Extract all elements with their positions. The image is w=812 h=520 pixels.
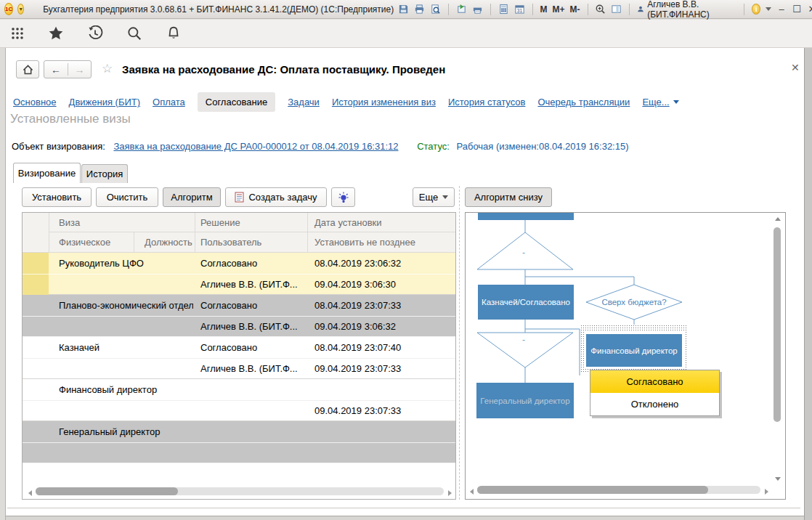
split-view-icon[interactable]	[611, 3, 622, 15]
deadline-cell[interactable]: 09.04.2019 23:07:33	[314, 400, 452, 421]
form-close-icon[interactable]: ✕	[791, 62, 800, 73]
maximize-button[interactable]: ☐	[792, 4, 802, 15]
favorites-star-icon[interactable]	[48, 25, 64, 41]
user-cell[interactable]: Агличев В.В. (БИТ.Ф...	[200, 316, 306, 337]
table-row[interactable]: Генеральный директор	[23, 421, 455, 463]
tab-visa[interactable]: Визирование	[13, 163, 81, 183]
col-date-set[interactable]: Дата установки	[314, 213, 382, 232]
flow-condition-over-budget[interactable]: Сверх бюджета?	[587, 293, 681, 311]
algorithm-button[interactable]: Алгоритм	[163, 187, 221, 207]
forward-button[interactable]: →	[68, 64, 91, 76]
print-preview-icon[interactable]	[430, 3, 441, 15]
scroll-up-icon[interactable]	[775, 217, 781, 221]
visa-cell[interactable]: Планово-экономический отдел	[59, 295, 193, 316]
main-menu-dropdown-icon[interactable]: ▼	[17, 4, 24, 15]
memory-m-minus-button[interactable]: M-	[570, 4, 580, 15]
v-scrollbar-thumb[interactable]	[774, 227, 781, 422]
nav-link-payment[interactable]: Оплата	[153, 97, 185, 107]
clear-visa-button[interactable]: Очистить	[96, 187, 158, 207]
more-button[interactable]: Еще	[413, 187, 455, 207]
menu-item-approve[interactable]: Согласовано	[590, 370, 719, 393]
nav-link-tasks[interactable]: Задачи	[288, 97, 320, 107]
scroll-down-icon[interactable]	[775, 477, 781, 481]
deadline-cell[interactable]: 09.04.2019 3:06:32	[314, 316, 452, 337]
window-scrollbar[interactable]	[804, 48, 812, 520]
table-row[interactable]: Казначей Согласовано 08.04.2019 23:07:40…	[23, 337, 455, 379]
nav-link-status-history[interactable]: История статусов	[448, 97, 526, 107]
calculator-icon[interactable]	[498, 3, 509, 15]
visa-cell[interactable]: Генеральный директор	[59, 421, 193, 442]
table-row[interactable]: Руководитель ЦФО Согласовано 08.04.2019 …	[23, 253, 455, 295]
memory-m-plus-button[interactable]: M+	[553, 4, 565, 15]
apps-grid-icon[interactable]	[10, 26, 25, 41]
visa-cell[interactable]: Казначей	[59, 337, 193, 358]
close-button[interactable]: ✕	[807, 4, 812, 15]
home-button[interactable]	[16, 60, 39, 78]
flow-node-gen-director[interactable]: Генеральный директор	[476, 383, 574, 418]
col-decision[interactable]: Решение	[200, 213, 240, 232]
col-user[interactable]: Пользователь	[200, 232, 261, 253]
nav-link-broadcast-queue[interactable]: Очередь трансляции	[537, 97, 630, 107]
table-row[interactable]: Планово-экономический отдел Согласовано …	[23, 295, 455, 337]
nav-link-visa-history[interactable]: История изменения виз	[332, 97, 436, 107]
set-visa-button[interactable]: Установить	[22, 187, 92, 207]
col-visa[interactable]: Виза	[59, 213, 80, 232]
flow-node-treasurer[interactable]: Казначей/Согласовано	[478, 285, 574, 320]
memory-m-button[interactable]: M	[540, 4, 548, 15]
visa-cell[interactable]: Финансовый директор	[59, 379, 193, 400]
scroll-right-icon[interactable]	[448, 490, 452, 496]
deadline-cell[interactable]: 09.04.2019 23:07:33	[314, 358, 452, 379]
save-icon[interactable]	[398, 3, 409, 15]
date-cell[interactable]: 08.04.2019 23:07:40	[314, 337, 452, 358]
h-scrollbar-thumb[interactable]	[36, 487, 178, 495]
scroll-left-icon[interactable]	[470, 489, 474, 495]
zoom-icon[interactable]	[595, 3, 606, 15]
col-position[interactable]: Должность	[145, 232, 192, 253]
favorite-star-icon[interactable]: ☆	[102, 61, 113, 76]
search-icon[interactable]	[126, 25, 142, 41]
h-scrollbar-thumb[interactable]	[477, 486, 708, 494]
decision-cell[interactable]: Согласовано	[200, 253, 306, 274]
current-user[interactable]: Агличев В.В. (БИТ.ФИНАНС)	[637, 0, 736, 20]
menu-item-decline[interactable]: Отклонено	[590, 393, 719, 415]
algorithm-bottom-button[interactable]: Алгоритм снизу	[465, 187, 552, 207]
table-row[interactable]: Финансовый директор 09.04.2019 23:07:33	[23, 379, 455, 421]
user-cell[interactable]: Агличев В.В. (БИТ.Ф...	[200, 358, 306, 379]
info-icon[interactable]: i	[752, 4, 760, 15]
decision-cell[interactable]: Согласовано	[200, 337, 306, 358]
nav-link-approval-active[interactable]: Согласование	[198, 92, 275, 112]
tab-history[interactable]: История	[81, 164, 128, 183]
col-person[interactable]: Физическое	[59, 232, 110, 253]
date-cell[interactable]: 08.04.2019 23:06:32	[314, 253, 452, 274]
scroll-right-icon[interactable]	[765, 489, 768, 495]
print-settings-icon[interactable]	[472, 3, 483, 15]
deadline-cell[interactable]: 09.04.2019 3:06:30	[314, 274, 452, 295]
visa-cell[interactable]: Руководитель ЦФО	[59, 253, 193, 274]
object-link[interactable]: Заявка на расходование ДС РА00-000012 от…	[113, 141, 398, 152]
history-icon[interactable]	[87, 25, 103, 41]
info-dropdown-icon[interactable]	[766, 7, 771, 11]
flow-node-fin-director[interactable]: Финансовый директор	[586, 334, 682, 367]
nav-link-movements[interactable]: Движения (БИТ)	[69, 97, 140, 107]
notifications-bell-icon[interactable]	[166, 25, 182, 41]
calendar-icon[interactable]: 31	[514, 3, 525, 15]
nav-link-main[interactable]: Основное	[13, 97, 57, 107]
minimize-button[interactable]: –	[776, 4, 787, 15]
col-deadline[interactable]: Установить не позднее	[314, 232, 415, 253]
date-cell[interactable]: 08.04.2019 23:07:33	[314, 295, 452, 316]
scroll-left-icon[interactable]	[28, 490, 32, 496]
user-cell[interactable]: Агличев В.В. (БИТ.Ф...	[200, 274, 306, 295]
visa-table[interactable]: Виза Решение Дата установки Физическое Д…	[22, 212, 456, 500]
send-icon[interactable]	[456, 3, 467, 15]
panel-splitter[interactable]	[459, 186, 460, 500]
divider	[744, 4, 744, 15]
create-task-button[interactable]: Создать задачу	[225, 187, 327, 207]
back-button[interactable]: ←	[44, 64, 68, 76]
decision-cell[interactable]: Согласовано	[200, 295, 306, 316]
window-bottom-edge	[6, 516, 804, 520]
hint-bulb-button[interactable]	[331, 187, 355, 207]
nav-link-more[interactable]: Еще...	[642, 97, 678, 107]
print-icon[interactable]	[414, 3, 425, 15]
approval-flowchart[interactable]: - - Казначей/Согласовано Сверх бюджета? …	[465, 212, 786, 500]
object-row: Объект визирования: Заявка на расходован…	[12, 141, 629, 152]
